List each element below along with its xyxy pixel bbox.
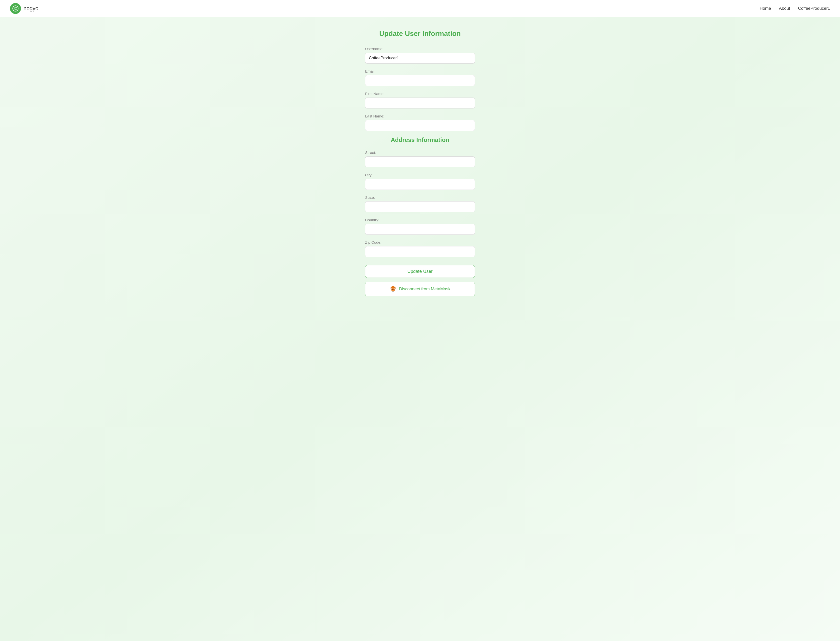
main-content: Update User Information Username: Email:…	[0, 17, 840, 316]
svg-point-12	[392, 289, 393, 290]
lastname-input[interactable]	[365, 120, 475, 131]
nav-home[interactable]: Home	[760, 6, 771, 11]
street-label: Street:	[365, 150, 475, 155]
city-group: City:	[365, 173, 475, 190]
zipcode-input[interactable]	[365, 246, 475, 257]
zipcode-group: Zip Code:	[365, 240, 475, 257]
nav-about[interactable]: About	[779, 6, 790, 11]
firstname-group: First Name:	[365, 92, 475, 108]
state-input[interactable]	[365, 201, 475, 212]
email-input[interactable]	[365, 75, 475, 86]
street-group: Street:	[365, 150, 475, 167]
address-section-title: Address Information	[365, 137, 475, 143]
email-group: Email:	[365, 69, 475, 86]
username-group: Username:	[365, 47, 475, 64]
nav-links: Home About CoffeeProducer1	[760, 6, 830, 11]
country-group: Country:	[365, 218, 475, 235]
street-input[interactable]	[365, 156, 475, 167]
firstname-label: First Name:	[365, 92, 475, 96]
svg-point-0	[13, 6, 18, 11]
navbar: nogyo Home About CoffeeProducer1	[0, 0, 840, 17]
logo-icon	[10, 3, 21, 14]
disconnect-metamask-button[interactable]: Disconnect from MetaMask	[365, 282, 475, 296]
email-label: Email:	[365, 69, 475, 73]
lastname-label: Last Name:	[365, 114, 475, 118]
lastname-group: Last Name:	[365, 114, 475, 131]
logo-text: nogyo	[23, 5, 39, 12]
state-group: State:	[365, 195, 475, 212]
username-input[interactable]	[365, 53, 475, 64]
nav-coffee-producer[interactable]: CoffeeProducer1	[798, 6, 830, 11]
username-label: Username:	[365, 47, 475, 51]
svg-point-13	[394, 289, 394, 290]
state-label: State:	[365, 195, 475, 200]
metamask-icon	[389, 285, 397, 293]
form-container: Username: Email: First Name: Last Name: …	[365, 47, 475, 296]
city-input[interactable]	[365, 179, 475, 190]
city-label: City:	[365, 173, 475, 177]
country-label: Country:	[365, 218, 475, 222]
update-user-button[interactable]: Update User	[365, 265, 475, 278]
nav-logo[interactable]: nogyo	[10, 3, 39, 14]
zipcode-label: Zip Code:	[365, 240, 475, 245]
page-title: Update User Information	[379, 30, 461, 38]
disconnect-label: Disconnect from MetaMask	[399, 287, 451, 292]
firstname-input[interactable]	[365, 98, 475, 108]
country-input[interactable]	[365, 224, 475, 235]
